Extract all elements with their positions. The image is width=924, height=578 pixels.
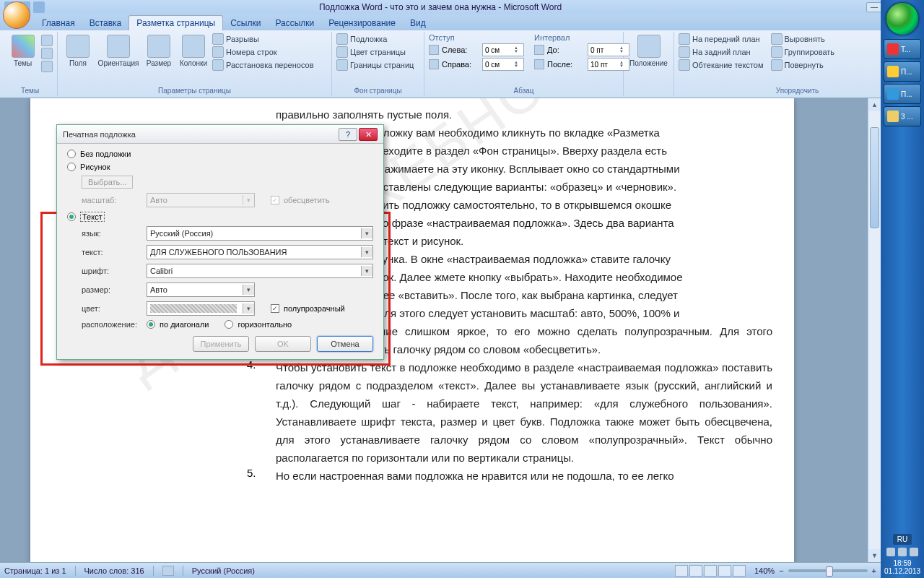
apply-button[interactable]: Применить <box>193 336 249 352</box>
themes-button[interactable]: Темы <box>7 33 38 95</box>
text-wrap-button[interactable]: Обтекание текстом <box>679 59 764 71</box>
breaks-button[interactable]: Разрывы <box>212 33 313 45</box>
orientation-button[interactable]: Ориентация <box>97 33 140 95</box>
page-borders-button[interactable]: Границы страниц <box>336 59 414 71</box>
office-button[interactable] <box>3 1 30 29</box>
taskbar-app-icon <box>887 43 899 55</box>
indent-left-input[interactable]: 0 см▲▼ <box>482 43 524 56</box>
position-button[interactable]: Положение <box>628 33 669 95</box>
taskbar-item[interactable]: Т... <box>884 39 921 59</box>
size-button[interactable]: Размер <box>143 33 175 95</box>
watermark-button[interactable]: Подложка <box>336 33 414 45</box>
status-bar: Страница: 1 из 1 Число слов: 316 Русский… <box>0 562 881 578</box>
view-web-layout[interactable] <box>704 565 717 577</box>
columns-button[interactable]: Колонки <box>178 33 209 95</box>
washout-label: обесцветить <box>284 196 330 204</box>
rotate-button[interactable]: Повернуть <box>771 59 835 71</box>
doc-line: правильно заполнять пустые поля. <box>153 105 772 124</box>
text-input[interactable]: ДЛЯ СЛУЖЕБНОГО ПОЛЬЗОВАНИЯ▾ <box>147 245 373 259</box>
language-input[interactable]: Русский (Россия)▾ <box>147 226 373 241</box>
theme-effects-button[interactable] <box>41 61 53 72</box>
tray-icon[interactable] <box>886 548 895 556</box>
tray-icon[interactable] <box>898 548 907 556</box>
tray-time[interactable]: 18:59 <box>884 559 920 567</box>
zoom-slider[interactable] <box>788 569 868 572</box>
ok-button[interactable]: OK <box>255 336 311 352</box>
zoom-level[interactable]: 140% <box>754 566 775 575</box>
line-numbers-button[interactable]: Номера строк <box>212 46 313 58</box>
group-button[interactable]: Группировать <box>771 46 835 58</box>
taskbar-app-icon <box>887 66 899 77</box>
radio-horizontal[interactable] <box>225 320 233 329</box>
dialog-titlebar[interactable]: Печатная подложка ? ✕ <box>57 125 383 144</box>
scroll-up-icon[interactable]: ▲ <box>868 98 881 111</box>
radio-diagonal[interactable] <box>147 320 155 329</box>
title-bar: Подложка Word - что это и зачем она нужн… <box>0 0 924 14</box>
fonts-icon <box>41 48 53 59</box>
status-spell-icon[interactable] <box>162 566 174 576</box>
align-icon <box>771 33 783 45</box>
select-picture-button[interactable]: Выбрать... <box>82 176 133 189</box>
line-numbers-icon <box>212 46 224 58</box>
theme-fonts-button[interactable] <box>41 48 53 59</box>
taskbar-item[interactable]: П... <box>884 84 921 104</box>
tab-insert[interactable]: Вставка <box>82 16 129 30</box>
view-print-layout[interactable] <box>675 565 688 577</box>
size-input[interactable]: Авто▾ <box>147 282 255 297</box>
tab-references[interactable]: Ссылки <box>223 16 268 30</box>
status-page[interactable]: Страница: 1 из 1 <box>4 566 66 575</box>
radio-no-watermark[interactable] <box>67 150 76 158</box>
taskbar-item[interactable]: П... <box>884 61 921 82</box>
zoom-in-button[interactable]: + <box>872 566 876 575</box>
zoom-out-button[interactable]: − <box>779 566 783 575</box>
ribbon: Темы Темы Поля Ориентация Размер Колонки… <box>0 30 924 98</box>
tray-language[interactable]: RU <box>893 534 912 545</box>
view-outline[interactable] <box>718 565 731 577</box>
page-color-button[interactable]: Цвет страницы <box>336 46 414 58</box>
tab-page-layout[interactable]: Разметка страницы <box>128 15 223 30</box>
font-input[interactable]: Calibri▾ <box>147 264 373 278</box>
status-language[interactable]: Русский (Россия) <box>192 566 255 575</box>
radio-picture[interactable] <box>67 163 76 171</box>
dialog-help-button[interactable]: ? <box>339 128 357 141</box>
hyphenation-icon <box>212 59 224 71</box>
tab-review[interactable]: Рецензирование <box>321 16 403 30</box>
cancel-button[interactable]: Отмена <box>317 336 373 352</box>
align-button[interactable]: Выровнять <box>771 33 835 45</box>
margins-button[interactable]: Поля <box>62 33 94 95</box>
tray-icon[interactable] <box>910 548 918 556</box>
taskbar-item[interactable]: 3 ... <box>884 106 921 126</box>
radio-no-watermark-label: Без подложки <box>80 150 131 158</box>
status-words[interactable]: Число слов: 316 <box>84 566 144 575</box>
scroll-down-icon[interactable]: ▼ <box>868 549 881 562</box>
indent-right-input[interactable]: 0 см▲▼ <box>482 58 524 71</box>
radio-horizontal-label: горизонтально <box>237 320 292 329</box>
semitransparent-checkbox[interactable] <box>271 304 279 313</box>
radio-text[interactable] <box>67 212 76 221</box>
system-tray: RU 18:59 01.12.2013 <box>884 534 920 578</box>
windows-taskbar: Т... П... П... 3 ... RU 18:59 01.12.2013 <box>881 0 924 578</box>
watermark-dialog: Печатная подложка ? ✕ Без подложки Рисун… <box>56 124 384 360</box>
theme-colors-button[interactable] <box>41 35 53 46</box>
tab-home[interactable]: Главная <box>35 16 82 30</box>
start-button[interactable] <box>886 3 918 35</box>
bring-front-button[interactable]: На передний план <box>679 33 764 45</box>
tab-mailings[interactable]: Рассылки <box>268 16 321 30</box>
indent-header: Отступ <box>429 33 524 42</box>
tab-view[interactable]: Вид <box>403 16 433 30</box>
page-borders-icon <box>336 59 348 71</box>
group-themes-title: Темы <box>3 87 57 95</box>
position-icon <box>637 35 661 58</box>
dialog-close-button[interactable]: ✕ <box>359 128 378 141</box>
view-full-screen[interactable] <box>689 565 702 577</box>
vertical-scrollbar[interactable]: ▲ ▼ <box>868 98 881 562</box>
hyphenation-button[interactable]: Расстановка переносов <box>212 59 313 71</box>
watermark-icon <box>336 33 348 45</box>
scroll-thumb[interactable] <box>870 127 879 228</box>
text-label: текст: <box>82 248 142 256</box>
tray-date[interactable]: 01.12.2013 <box>884 567 920 575</box>
color-input[interactable]: ▾ <box>147 301 255 316</box>
send-back-button[interactable]: На задний план <box>679 46 764 58</box>
list-number: 4. <box>247 358 256 371</box>
view-draft[interactable] <box>733 565 746 577</box>
